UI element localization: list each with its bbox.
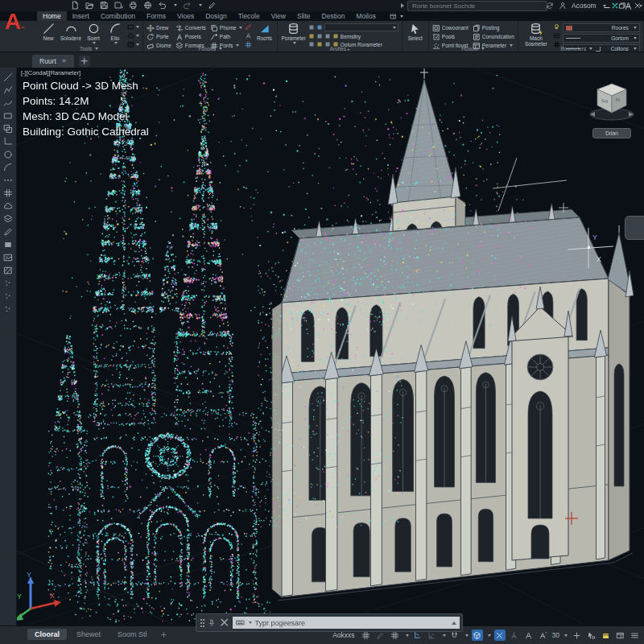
corner-icon[interactable] (3, 137, 13, 147)
redo-caret-icon[interactable] (199, 4, 202, 6)
burger-toggle-icon[interactable] (629, 630, 640, 641)
app-logo-button[interactable]: A- (5, 10, 25, 39)
plot-icon[interactable] (143, 1, 152, 10)
close-button[interactable] (634, 2, 642, 10)
tab-comibution[interactable]: Comibution (95, 11, 141, 21)
solodere-button[interactable]: Solodere (60, 23, 81, 41)
new-button[interactable]: New (39, 23, 58, 41)
pen-icon[interactable] (208, 1, 217, 10)
cloud-icon[interactable] (127, 32, 139, 39)
viewport-label[interactable]: [-][Condal][Rarameter] (21, 69, 80, 76)
tripod-toggle-icon[interactable] (509, 630, 520, 641)
ptgroup-icon[interactable] (3, 279, 13, 288)
status-scale-value[interactable]: 30 (552, 631, 559, 639)
plus-toggle-icon[interactable] (571, 630, 582, 641)
pencil-icon[interactable] (245, 23, 252, 31)
roores-dropdown[interactable]: Roores (563, 23, 640, 32)
cloud-icon[interactable] (3, 201, 13, 211)
mach-sosmeter-button[interactable]: Mach Sosmeter (522, 23, 551, 47)
bulb-icon[interactable] (553, 23, 560, 31)
command-bar[interactable]: ✕ Typr pogeesare (196, 613, 463, 632)
print-icon[interactable] (129, 1, 138, 10)
sq-icon[interactable] (332, 33, 339, 39)
porameter-button[interactable]: Porameter (281, 23, 305, 44)
sq-icon[interactable] (324, 33, 331, 39)
gortom-dropdown[interactable]: Gortom (563, 34, 640, 43)
aprime-toggle-icon[interactable] (538, 630, 549, 641)
command-caret-icon[interactable] (249, 621, 252, 624)
caret-down-icon[interactable] (465, 634, 469, 637)
minimize-button[interactable] (603, 2, 611, 10)
undo-caret-icon[interactable] (174, 4, 177, 6)
nav-panel-partial[interactable] (625, 216, 644, 240)
panel-label-roometers[interactable]: Roometers (518, 46, 643, 52)
viewcube[interactable]: Sog 8rt Ddan (585, 79, 638, 138)
tab-destion[interactable]: Destion (316, 11, 351, 21)
pin-icon[interactable] (208, 619, 216, 627)
tab-view[interactable]: View (266, 11, 291, 21)
save-icon[interactable] (100, 1, 109, 10)
saveas-icon[interactable] (114, 1, 123, 10)
layers-icon[interactable] (3, 214, 13, 224)
ptgroup-icon[interactable] (3, 304, 13, 314)
account-label[interactable]: Acosom (572, 2, 597, 10)
viewport[interactable]: Y X Y Y X [-][Condal][Rarameter] Point C… (0, 68, 644, 626)
winsmall-toggle-icon[interactable] (614, 630, 625, 641)
converts-button[interactable]: Converts (175, 24, 206, 31)
new-file-tab-button[interactable]: + (79, 56, 90, 67)
abig-toggle-icon[interactable] (523, 630, 535, 641)
sq-icon[interactable] (308, 24, 315, 31)
tab-moilos[interactable]: Moilos (350, 11, 382, 21)
layout-tab-clooral[interactable]: Clooral (27, 629, 67, 640)
porte-button[interactable]: Porte (147, 33, 171, 40)
tab-forms[interactable]: Forms (141, 11, 171, 21)
undo-icon[interactable] (158, 1, 167, 10)
sync-icon[interactable] (546, 2, 554, 10)
command-bar-grip[interactable] (200, 619, 202, 621)
search-expand-icon[interactable] (401, 3, 404, 8)
tab-slite[interactable]: Slite (291, 11, 316, 21)
command-close-icon[interactable]: ✕ (219, 615, 229, 630)
viewcube-home-button[interactable]: Ddan (592, 128, 631, 138)
cowoonant-button[interactable]: Cowoonant (432, 24, 469, 31)
iso-toggle-icon[interactable] (472, 630, 483, 641)
tab-dosign[interactable]: Dosign (200, 11, 232, 21)
elio-button[interactable]: Elio (105, 23, 125, 44)
circle-icon[interactable] (3, 150, 13, 159)
file-tab-close-icon[interactable]: ✕ (62, 58, 67, 64)
tab-insert[interactable]: Insert (67, 11, 95, 21)
rect-icon[interactable] (127, 23, 139, 31)
sq-icon[interactable] (316, 33, 323, 39)
tab-vioes[interactable]: Vioes (171, 11, 200, 21)
panel-label-arufies[interactable]: Arufies▸ (278, 46, 401, 52)
caret-down-icon[interactable] (488, 634, 491, 637)
ptgroup-icon[interactable] (3, 291, 13, 301)
panel-label-hoooot[interactable]: Hoooot (429, 46, 518, 52)
command-input[interactable]: Typr pogeesare (233, 617, 460, 629)
rocrts-button[interactable]: Rocrts (254, 23, 274, 41)
mode-label[interactable]: Aokxxs (332, 631, 354, 639)
panel-label-foooes[interactable]: Foooes (143, 46, 277, 52)
panel-label-tools[interactable]: Tools (35, 46, 142, 52)
drew-button[interactable]: Drew (147, 24, 171, 31)
cursorgear-toggle-icon[interactable] (585, 630, 597, 641)
search-input[interactable]: Rorte boronet Sochde (407, 1, 547, 11)
person-icon[interactable] (559, 2, 567, 10)
polyline-icon[interactable] (3, 85, 13, 95)
caret-down-icon[interactable] (406, 634, 409, 637)
collapse-caret-icon[interactable] (400, 15, 403, 18)
file-tab-ruurt[interactable]: Ruurt ✕ (32, 55, 74, 68)
pencil-icon[interactable] (3, 227, 13, 237)
add-layout-button[interactable] (160, 631, 167, 638)
dialog-launcher-icon[interactable] (596, 47, 601, 52)
textA-icon[interactable] (245, 32, 252, 39)
hatch-icon[interactable] (3, 266, 13, 275)
gridplus-icon[interactable] (3, 188, 13, 198)
path-button[interactable]: Path (210, 33, 243, 40)
conondcation-button[interactable]: Conondcation (473, 33, 514, 40)
sq-icon[interactable] (308, 33, 315, 39)
box-toggle-icon[interactable] (600, 630, 611, 641)
tab-home[interactable]: Home (37, 11, 67, 21)
line-icon[interactable] (3, 72, 13, 82)
openfolder-icon[interactable] (85, 1, 94, 10)
